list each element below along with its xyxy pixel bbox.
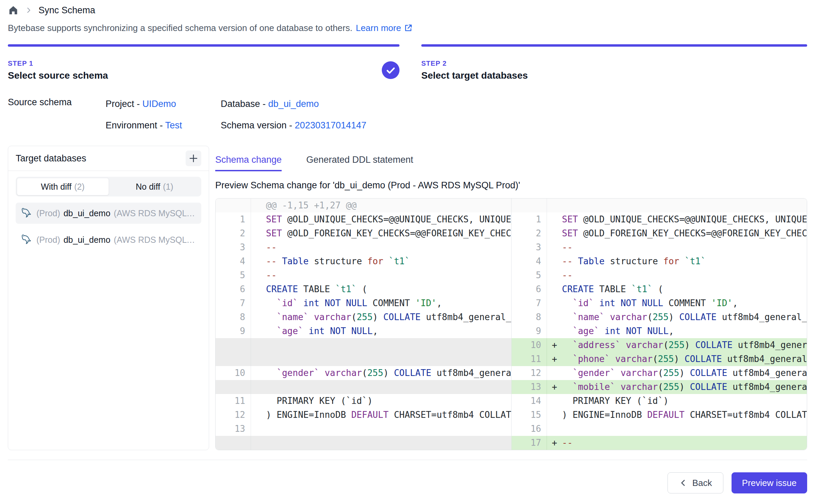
diff-line-number: 10 bbox=[216, 366, 251, 380]
diff-placeholder-row bbox=[216, 380, 511, 394]
db-name: db_ui_demo bbox=[63, 208, 110, 218]
db-name: db_ui_demo bbox=[63, 235, 110, 245]
diff-code-row: 9 `age` int NOT NULL, bbox=[512, 324, 807, 338]
diff-code: +-- bbox=[547, 436, 807, 450]
diff-code: `name` varchar(255) COLLATE utf8mb4_gene… bbox=[547, 310, 807, 324]
diff-add-marker: + bbox=[547, 352, 562, 366]
mysql-dolphin-icon bbox=[20, 233, 33, 246]
source-schema-label: Source schema bbox=[8, 97, 106, 132]
diff-code-row: 5 -- bbox=[512, 268, 807, 282]
learn-more-link[interactable]: Learn more bbox=[356, 21, 413, 35]
diff-line-number: 10 bbox=[512, 338, 547, 352]
intro-text: Bytebase supports synchronizing a specif… bbox=[8, 21, 352, 35]
diff-add-marker bbox=[251, 240, 266, 254]
diff-line-number: 6 bbox=[512, 282, 547, 296]
diff-placeholder-row bbox=[216, 436, 511, 450]
diff-line-number: 13 bbox=[216, 422, 251, 436]
diff-line-number: 11 bbox=[216, 394, 251, 408]
diff-add-marker bbox=[547, 199, 562, 212]
diff-add-marker bbox=[547, 324, 562, 338]
diff-code-row: 13 bbox=[216, 422, 511, 436]
step-1: STEP 1 Select source schema bbox=[8, 44, 399, 82]
tab-generated-ddl-statement[interactable]: Generated DDL statement bbox=[306, 155, 413, 171]
diff-code: -- bbox=[547, 268, 807, 282]
diff-code bbox=[547, 422, 807, 436]
diff-line-number: 3 bbox=[216, 240, 251, 254]
target-databases-panel: Target databases With diff(2)No diff(1) … bbox=[8, 146, 209, 450]
diff-code: `id` int NOT NULL COMMENT 'ID', bbox=[547, 296, 807, 310]
source-field-name: Schema version - bbox=[221, 120, 295, 130]
diff-code-row: 12 `gender` varchar(255) COLLATE utf8mb4… bbox=[512, 366, 807, 380]
diff-line-number: 8 bbox=[216, 310, 251, 324]
diff-add-marker bbox=[251, 338, 266, 352]
diff-line-number: 12 bbox=[216, 408, 251, 422]
home-icon[interactable] bbox=[8, 5, 19, 16]
tab-no-diff[interactable]: No diff(1) bbox=[109, 178, 201, 195]
step-1-label: STEP 1 bbox=[8, 60, 399, 67]
diff-add-marker bbox=[547, 394, 562, 408]
source-field-link-uidemo[interactable]: UIDemo bbox=[142, 99, 176, 109]
source-field-link-db-ui-demo[interactable]: db_ui_demo bbox=[268, 99, 319, 109]
diff-code-row: 2 SET @OLD_FOREIGN_KEY_CHECKS=@@FOREIGN_… bbox=[216, 226, 511, 240]
diff-line-number: 15 bbox=[512, 408, 547, 422]
diff-code-row: 4 -- Table structure for `t1` bbox=[216, 254, 511, 268]
diff-code-row: 11 PRIMARY KEY (`id`) bbox=[216, 394, 511, 408]
tab-schema-change[interactable]: Schema change bbox=[215, 155, 282, 171]
diff-code: + `mobile` varchar(255) COLLATE utf8mb4_… bbox=[547, 380, 807, 394]
back-button[interactable]: Back bbox=[668, 472, 723, 493]
diff-add-marker bbox=[547, 254, 562, 268]
add-target-database-button[interactable] bbox=[186, 151, 201, 166]
diff-code-row: 7 `id` int NOT NULL COMMENT 'ID', bbox=[512, 296, 807, 310]
diff-code-row: 10+ `address` varchar(255) COLLATE utf8m… bbox=[512, 338, 807, 352]
diff-code-row: 17+-- bbox=[512, 436, 807, 450]
diff-add-marker bbox=[251, 268, 266, 282]
diff-add-marker bbox=[547, 296, 562, 310]
diff-code-row: 14 PRIMARY KEY (`id`) bbox=[512, 394, 807, 408]
diff-line-number: 2 bbox=[512, 226, 547, 240]
check-icon bbox=[382, 61, 399, 79]
diff-code-row: 8 `name` varchar(255) COLLATE utf8mb4_ge… bbox=[512, 310, 807, 324]
mysql-dolphin-icon bbox=[20, 207, 33, 220]
db-environment: (Prod) bbox=[36, 208, 60, 218]
diff-code-row: 8 `name` varchar(255) COLLATE utf8mb4_ge… bbox=[216, 310, 511, 324]
external-link-icon bbox=[404, 23, 413, 32]
preview-issue-button[interactable]: Preview issue bbox=[732, 472, 807, 493]
diff-line-number: 4 bbox=[512, 254, 547, 268]
source-field-link-test[interactable]: Test bbox=[165, 120, 182, 130]
diff-placeholder-row bbox=[216, 338, 511, 352]
target-db-item[interactable]: (Prod)db_ui_demo(AWS RDS MySQL Prod) bbox=[16, 203, 201, 224]
diff-line-number bbox=[216, 352, 251, 366]
tab-with-diff[interactable]: With diff(2) bbox=[17, 178, 109, 195]
diff-add-marker bbox=[547, 226, 562, 240]
source-field: Environment - Test bbox=[106, 119, 221, 132]
step-1-progress-bar bbox=[8, 44, 399, 47]
breadcrumb: Sync Schema bbox=[8, 0, 807, 16]
diff-add-marker bbox=[547, 422, 562, 436]
diff-code bbox=[251, 338, 511, 352]
diff-add-marker bbox=[251, 394, 266, 408]
source-field-link-20230317014147[interactable]: 20230317014147 bbox=[295, 120, 366, 130]
source-field-name: Project - bbox=[106, 99, 142, 109]
target-databases-header: Target databases bbox=[8, 146, 209, 171]
diff-line-number: 5 bbox=[216, 268, 251, 282]
diff-line-number bbox=[216, 380, 251, 394]
diff-code: -- Table structure for `t1` bbox=[251, 254, 511, 268]
source-field-name: Environment - bbox=[106, 120, 165, 130]
diff-code: -- Table structure for `t1` bbox=[547, 254, 807, 268]
diff-add-marker bbox=[251, 310, 266, 324]
diff-code: @@ -1,15 +1,27 @@ bbox=[251, 199, 511, 212]
target-db-item[interactable]: (Prod)db_ui_demo(AWS RDS MySQL Prod) bbox=[16, 229, 201, 250]
diff-hunk-header bbox=[512, 199, 807, 212]
diff-code-row: 10 `gender` varchar(255) COLLATE utf8mb4… bbox=[216, 366, 511, 380]
plus-icon bbox=[188, 153, 199, 163]
diff-code: `age` int NOT NULL, bbox=[251, 324, 511, 338]
diff-line-number bbox=[216, 436, 251, 450]
diff-code: SET @OLD_FOREIGN_KEY_CHECKS=@@FOREIGN_KE… bbox=[547, 226, 807, 240]
diff-code: PRIMARY KEY (`id`) bbox=[547, 394, 807, 408]
diff-code-row: 6 CREATE TABLE `t1` ( bbox=[512, 282, 807, 296]
diff-code bbox=[251, 436, 511, 450]
diff-line-number: 16 bbox=[512, 422, 547, 436]
diff-code-row: 16 bbox=[512, 422, 807, 436]
intro: Bytebase supports synchronizing a specif… bbox=[8, 21, 807, 35]
diff-add-marker bbox=[547, 212, 562, 226]
